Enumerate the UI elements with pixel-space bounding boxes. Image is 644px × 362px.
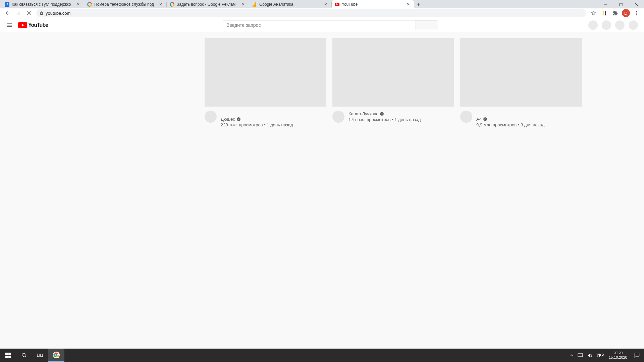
tray-clock[interactable]: 20:20 15.10.2020 bbox=[606, 351, 630, 360]
svg-point-10 bbox=[636, 13, 637, 14]
browser-chrome: ↺ Как связаться с Гугл поддержко ✕ Номер… bbox=[0, 0, 644, 18]
search-button[interactable] bbox=[416, 20, 437, 30]
youtube-header-right bbox=[588, 20, 638, 30]
hamburger-button[interactable] bbox=[5, 20, 15, 30]
chrome-menu-button[interactable] bbox=[632, 8, 641, 18]
tab-favicon-icon bbox=[334, 2, 340, 7]
new-tab-button[interactable]: + bbox=[414, 0, 423, 8]
close-icon[interactable]: ✕ bbox=[76, 2, 80, 7]
svg-rect-25 bbox=[41, 354, 43, 357]
youtube-content: Дюшес 229 тыс. просмотров • 1 день назад… bbox=[80, 32, 644, 349]
close-window-button[interactable] bbox=[629, 0, 644, 8]
header-placeholder-icon[interactable] bbox=[602, 20, 611, 30]
video-card[interactable]: Канал Лучкова 175 тыс. просмотров • 1 де… bbox=[332, 38, 454, 127]
tab-title: Номера телефонов службы под bbox=[94, 2, 157, 7]
tray-network-icon[interactable] bbox=[576, 349, 585, 362]
channel-row[interactable]: Дюшес bbox=[221, 117, 293, 122]
tab-favicon-icon bbox=[87, 2, 92, 7]
start-button[interactable] bbox=[0, 349, 16, 362]
tab-favicon-icon bbox=[169, 2, 175, 7]
tab-title: Как связаться с Гугл поддержко bbox=[12, 2, 74, 7]
video-meta: Канал Лучкова 175 тыс. просмотров • 1 де… bbox=[332, 111, 454, 123]
header-placeholder-icon[interactable] bbox=[588, 20, 598, 30]
minimize-button[interactable] bbox=[598, 0, 613, 8]
svg-rect-24 bbox=[37, 354, 39, 357]
maximize-button[interactable] bbox=[613, 0, 629, 8]
verified-icon bbox=[483, 117, 487, 121]
svg-rect-30 bbox=[578, 354, 583, 357]
chrome-taskbar-button[interactable] bbox=[48, 349, 64, 362]
tab-title: Google Аналитика bbox=[259, 2, 322, 7]
extensions-button[interactable] bbox=[610, 8, 620, 18]
youtube-logo[interactable]: YouTube bbox=[18, 22, 48, 28]
svg-rect-8 bbox=[605, 11, 606, 15]
profile-avatar: D bbox=[622, 9, 630, 17]
taskbar: УКР 20:20 15.10.2020 bbox=[0, 349, 644, 362]
url-text: youtube.com bbox=[46, 11, 70, 16]
close-icon[interactable]: ✕ bbox=[241, 2, 246, 7]
channel-avatar-skeleton[interactable] bbox=[460, 111, 472, 123]
close-icon[interactable]: ✕ bbox=[406, 2, 411, 7]
tab-0[interactable]: ↺ Как связаться с Гугл поддержко ✕ bbox=[2, 0, 84, 8]
task-view-button[interactable] bbox=[32, 349, 48, 362]
svg-rect-2 bbox=[620, 3, 623, 6]
address-bar: youtube.com D bbox=[0, 8, 644, 18]
tab-2[interactable]: Задать вопрос - Google Реклам ✕ bbox=[167, 0, 249, 8]
video-info: Канал Лучкова 175 тыс. просмотров • 1 де… bbox=[348, 111, 421, 123]
video-thumbnail[interactable] bbox=[205, 38, 326, 107]
tab-title: YouTube bbox=[342, 2, 405, 7]
forward-button[interactable] bbox=[13, 8, 23, 18]
verified-icon bbox=[380, 112, 384, 116]
back-button[interactable] bbox=[3, 8, 12, 18]
header-placeholder-icon[interactable] bbox=[615, 20, 625, 30]
svg-rect-7 bbox=[603, 11, 604, 15]
tab-1[interactable]: Номера телефонов службы под ✕ bbox=[84, 0, 166, 8]
video-info: Дюшес 229 тыс. просмотров • 1 день назад bbox=[221, 111, 293, 127]
channel-name: А4 bbox=[476, 117, 482, 122]
bookmark-button[interactable] bbox=[589, 8, 598, 18]
video-thumbnail[interactable] bbox=[332, 38, 454, 107]
youtube-header-center bbox=[48, 20, 588, 30]
video-card[interactable]: Дюшес 229 тыс. просмотров • 1 день назад bbox=[205, 38, 326, 127]
video-stats: 229 тыс. просмотров • 1 день назад bbox=[221, 122, 293, 127]
svg-rect-21 bbox=[8, 356, 11, 358]
stop-reload-button[interactable] bbox=[24, 8, 34, 18]
video-card[interactable]: А4 9,9 млн просмотров • 3 дня назад bbox=[460, 38, 582, 127]
channel-row[interactable]: А4 bbox=[476, 117, 544, 122]
tray-volume-icon[interactable] bbox=[585, 349, 594, 362]
svg-rect-18 bbox=[5, 353, 8, 355]
video-stats: 9,9 млн просмотров • 3 дня назад bbox=[476, 122, 544, 127]
tab-4[interactable]: YouTube ✕ bbox=[332, 0, 414, 8]
profile-button[interactable]: D bbox=[621, 8, 631, 18]
tab-strip: ↺ Как связаться с Гугл поддержко ✕ Номер… bbox=[0, 0, 644, 8]
taskbar-right: УКР 20:20 15.10.2020 bbox=[568, 349, 644, 362]
video-thumbnail[interactable] bbox=[460, 38, 582, 107]
tab-3[interactable]: Google Аналитика ✕ bbox=[249, 0, 331, 8]
close-icon[interactable]: ✕ bbox=[158, 2, 163, 7]
address-field[interactable]: youtube.com bbox=[36, 9, 586, 17]
tray-chevron-icon[interactable] bbox=[568, 349, 576, 362]
channel-name: Канал Лучкова bbox=[348, 111, 378, 116]
tray-notifications-button[interactable] bbox=[630, 349, 644, 362]
channel-row[interactable]: Канал Лучкова bbox=[348, 111, 421, 116]
close-icon[interactable]: ✕ bbox=[323, 2, 328, 7]
video-row: Дюшес 229 тыс. просмотров • 1 день назад… bbox=[205, 38, 634, 127]
channel-avatar-skeleton[interactable] bbox=[332, 111, 344, 123]
header-placeholder-icon[interactable] bbox=[629, 20, 638, 30]
tray-language[interactable]: УКР bbox=[594, 353, 606, 358]
search-input[interactable] bbox=[223, 20, 416, 30]
svg-point-9 bbox=[636, 11, 637, 12]
tab-favicon-icon: ↺ bbox=[4, 2, 10, 7]
tab-title: Задать вопрос - Google Реклам bbox=[177, 2, 239, 7]
taskbar-left bbox=[0, 349, 64, 362]
tab-favicon-icon bbox=[252, 2, 257, 7]
extension-icon[interactable] bbox=[600, 8, 609, 18]
svg-line-23 bbox=[25, 356, 26, 357]
video-meta: А4 9,9 млн просмотров • 3 дня назад bbox=[460, 111, 582, 127]
svg-point-22 bbox=[22, 353, 25, 356]
search-taskbar-button[interactable] bbox=[16, 349, 32, 362]
svg-rect-20 bbox=[5, 356, 8, 358]
channel-avatar-skeleton[interactable] bbox=[205, 111, 217, 123]
svg-point-11 bbox=[636, 14, 637, 15]
channel-name: Дюшес bbox=[221, 117, 235, 122]
